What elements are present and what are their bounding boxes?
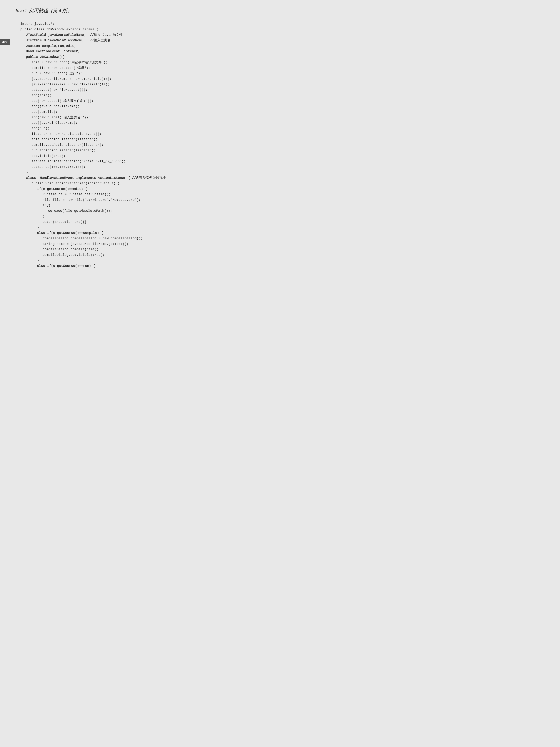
code-line: compileDialog.setVisible(true); [20,252,549,258]
code-line: JTextField javaSourceFileName; //输入 Java… [20,32,549,38]
code-line: compile.addActionListener(listener); [20,142,549,148]
code-line: run = new JButton("运行"); [20,71,549,76]
code-line: compileDialog.compile(name); [20,247,549,252]
code-line: add(run); [20,126,549,131]
code-line: setVisible(true); [20,153,549,159]
code-block: import java.io.*;public class JDKWindow … [13,21,549,269]
code-line: add(compile); [20,109,549,115]
code-line: catch(Exception exp){} [20,220,549,225]
code-line: add(javaMainClassName); [20,120,549,126]
code-line: listener = new HandleActionEvent(); [20,131,549,137]
code-line: else if(e.getSource()==run) { [20,263,549,269]
book-title: Java 2 实用教程（第 4 版） [13,7,549,14]
code-line: else if(e.getSource()==compile) { [20,230,549,236]
code-line: class HandleActionEvent implements Actio… [20,175,549,181]
code-line: javaSourceFileName = new JTextField(10); [20,76,549,82]
code-line: setDefaultCloseOperation(JFrame.EXIT_ON_… [20,159,549,164]
code-line: javaMainClassName = new JTextField(10); [20,82,549,87]
code-line: if(e.getSource()==edit) { [20,186,549,192]
code-line: } [20,170,549,176]
code-line: try{ [20,203,549,208]
page: 328 Java 2 实用教程（第 4 版） import java.io.*;… [0,0,560,747]
code-line: } [20,225,549,230]
code-line: edit = new JButton("用记事本编辑源文件"); [20,60,549,66]
code-line: File file = new File("c:/windows","Notep… [20,197,549,203]
code-line: public JDKWindow(){ [20,54,549,60]
code-line: CompileDialog compileDialog = new Compil… [20,236,549,241]
code-line: } [20,214,549,220]
code-line: add(new JLabel("输入主类名:")); [20,115,549,121]
code-line: } [20,258,549,263]
code-line: import java.io.*; [20,21,549,27]
code-line: Runtime ce = Runtime.getRuntime(); [20,192,549,197]
code-line: HandleActionEvent listener; [20,49,549,54]
code-line: JTextField javaMainClassName; //输入主类名 [20,38,549,43]
code-line: ce.exec(file.getAbsolutePath()); [20,208,549,214]
code-line: public class JDKWindow extends JFrame { [20,27,549,32]
code-line: setLayout(new FlowLayout()); [20,87,549,93]
code-line: run.addActionListener(listener); [20,148,549,153]
code-line: String name = javaSourceFileName.getText… [20,241,549,247]
page-number: 328 [0,39,10,45]
code-line: add(javaSourceFileName); [20,104,549,109]
code-line: compile = new JButton("编译"); [20,66,549,71]
code-line: setBounds(100,100,750,180); [20,164,549,170]
code-line: add(edit); [20,93,549,98]
code-line: edit.addActionListener(listener); [20,137,549,142]
code-line: add(new JLabel("输入源文件名:")); [20,98,549,104]
code-line: JButton compile,run,edit; [20,43,549,49]
code-line: public void actionPerformed(ActionEvent … [20,181,549,186]
